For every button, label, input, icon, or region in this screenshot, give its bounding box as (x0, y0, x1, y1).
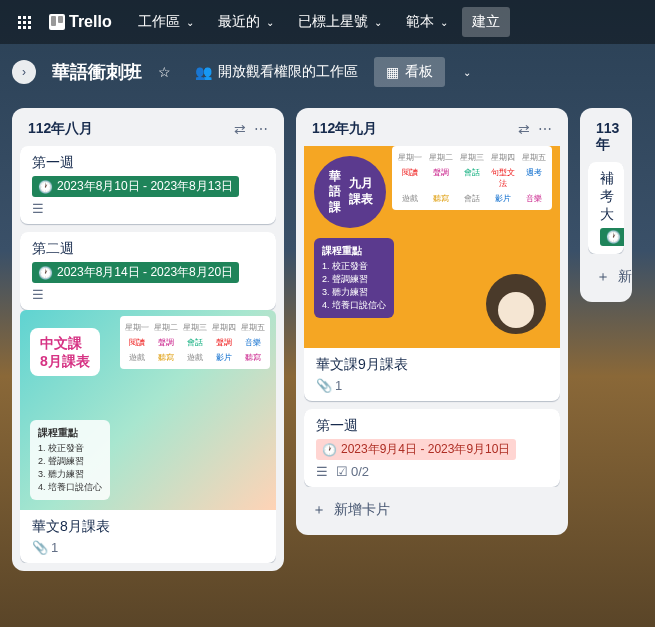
list-menu-icon[interactable]: ⋯ (254, 121, 268, 137)
attachment-badge: 📎 1 (316, 378, 342, 393)
nav-workspaces[interactable]: 工作區⌄ (128, 7, 204, 37)
cards-container: 第一週 🕐2023年8月10日 - 2023年8月13日 ☰ 第二週 🕐2023… (20, 146, 276, 563)
chevron-down-icon: ⌄ (463, 67, 471, 78)
checklist-badge: ☑ 0/2 (336, 464, 369, 479)
list-header: 112年八月 ⇄ ⋯ (20, 116, 276, 146)
board-canvas[interactable]: 112年八月 ⇄ ⋯ 第一週 🕐2023年8月10日 - 2023年8月13日 … (0, 100, 655, 627)
cover-points: 課程重點 1. 校正發音 2. 聲調練習 3. 聽力練習 4. 培養口說信心 (314, 238, 394, 318)
card[interactable]: 第二週 🕐2023年8月14日 - 2023年8月20日 ☰ (20, 232, 276, 310)
nav-recent[interactable]: 最近的⌄ (208, 7, 284, 37)
list-title[interactable]: 112年八月 (28, 120, 93, 138)
view-switcher[interactable]: ▦ 看板 (374, 57, 445, 87)
list-menu-icon[interactable]: ⋯ (538, 121, 552, 137)
plus-icon: ＋ (596, 268, 610, 286)
people-icon: 👥 (195, 64, 212, 80)
description-icon: ☰ (32, 201, 44, 216)
collapse-icon[interactable]: ⇄ (234, 121, 246, 137)
collapse-icon[interactable]: ⇄ (518, 121, 530, 137)
list-header: 112年九月 ⇄⋯ (304, 116, 560, 146)
list-title[interactable]: 113年 (596, 120, 619, 154)
cover-points: 課程重點 1. 校正發音 2. 聲調練習 3. 聽力練習 4. 培養口說信心 (30, 420, 110, 500)
top-nav: Trello 工作區⌄ 最近的⌄ 已標上星號⌄ 範本⌄ 建立 (0, 0, 655, 44)
board-icon: ▦ (386, 64, 399, 80)
card[interactable]: 第一週 🕐2023年9月4日 - 2023年9月10日 ☰ ☑ 0/2 (304, 409, 560, 487)
expand-sidebar-button[interactable]: › (12, 60, 36, 84)
star-board-button[interactable]: ☆ (150, 58, 179, 86)
trello-logo[interactable]: Trello (49, 13, 112, 31)
apps-icon (18, 16, 31, 29)
add-card-button[interactable]: ＋新增卡片 (304, 493, 560, 527)
cover-schedule: 星期一星期二星期三星期四星期五 閱讀聲調會話聲調音樂 遊戲聽寫遊戲影片聽寫 (120, 316, 270, 369)
add-card-button[interactable]: ＋新 (588, 260, 624, 294)
card[interactable]: 華語課九月課表 星期一星期二星期三星期四星期五 閱讀聲調會話句型文法週考 遊戲聽… (304, 146, 560, 401)
clock-icon: 🕐 (606, 230, 621, 244)
visibility-button[interactable]: 👥 開放觀看權限的工作區 (187, 57, 366, 87)
card-cover: 中文課8月課表 星期一星期二星期三星期四星期五 閱讀聲調會話聲調音樂 遊戲聽寫遊… (20, 310, 276, 510)
card-title: 補考大 (600, 170, 612, 224)
view-label: 看板 (405, 63, 433, 81)
chevron-down-icon: ⌄ (374, 17, 382, 28)
nav-starred[interactable]: 已標上星號⌄ (288, 7, 392, 37)
cover-schedule: 星期一星期二星期三星期四星期五 閱讀聲調會話句型文法週考 遊戲聽寫會話影片音樂 (392, 146, 552, 210)
list: 112年八月 ⇄ ⋯ 第一週 🕐2023年8月10日 - 2023年8月13日 … (12, 108, 284, 571)
star-icon: ☆ (158, 64, 171, 80)
description-icon: ☰ (316, 464, 328, 479)
card-title: 第一週 (32, 154, 264, 172)
nav-templates[interactable]: 範本⌄ (396, 7, 458, 37)
card-title: 華文課9月課表 (316, 356, 548, 374)
board-header: › 華語衝刺班 ☆ 👥 開放觀看權限的工作區 ▦ 看板 ⌄ (0, 44, 655, 100)
brand-text: Trello (69, 13, 112, 31)
description-icon: ☰ (32, 287, 44, 302)
clock-icon: 🕐 (38, 180, 53, 194)
plus-icon: ＋ (312, 501, 326, 519)
clock-icon: 🕐 (38, 266, 53, 280)
badge-row: 🕐2023年8月10日 - 2023年8月13日 (32, 176, 264, 197)
cover-heading: 中文課8月課表 (30, 328, 100, 376)
view-dropdown[interactable]: ⌄ (453, 61, 479, 84)
card-title: 第一週 (316, 417, 548, 435)
cover-heading: 華語課九月課表 (314, 156, 386, 228)
cards-container: 華語課九月課表 星期一星期二星期三星期四星期五 閱讀聲調會話句型文法週考 遊戲聽… (304, 146, 560, 487)
list: 112年九月 ⇄⋯ 華語課九月課表 星期一星期二星期三星期四星期五 閱讀聲調會話… (296, 108, 568, 535)
attachment-badge: 📎 1 (32, 540, 58, 555)
list-title[interactable]: 112年九月 (312, 120, 377, 138)
hedgehog-illustration (486, 274, 546, 334)
card[interactable]: 中文課8月課表 星期一星期二星期三星期四星期五 閱讀聲調會話聲調音樂 遊戲聽寫遊… (20, 318, 276, 563)
card-cover: 華語課九月課表 星期一星期二星期三星期四星期五 閱讀聲調會話句型文法週考 遊戲聽… (304, 146, 560, 348)
card-title: 第二週 (32, 240, 264, 258)
clock-icon: 🕐 (322, 443, 337, 457)
board-name[interactable]: 華語衝刺班 (52, 60, 142, 84)
card-title: 華文8月課表 (32, 518, 264, 536)
trello-icon (49, 14, 65, 30)
chevron-down-icon: ⌄ (440, 17, 448, 28)
card[interactable]: 補考大 🕐20 (588, 162, 624, 254)
apps-switcher[interactable] (8, 10, 41, 35)
list: 113年 補考大 🕐20 ＋新 (580, 108, 632, 302)
nav-create[interactable]: 建立 (462, 7, 510, 37)
chevron-down-icon: ⌄ (266, 17, 274, 28)
date-badge: 🕐2023年8月14日 - 2023年8月20日 (32, 262, 239, 283)
visibility-label: 開放觀看權限的工作區 (218, 63, 358, 81)
date-badge: 🕐2023年9月4日 - 2023年9月10日 (316, 439, 516, 460)
card[interactable]: 第一週 🕐2023年8月10日 - 2023年8月13日 ☰ (20, 146, 276, 224)
date-badge: 🕐2023年8月10日 - 2023年8月13日 (32, 176, 239, 197)
list-actions: ⇄ ⋯ (234, 121, 268, 137)
chevron-down-icon: ⌄ (186, 17, 194, 28)
date-badge: 🕐20 (600, 228, 624, 246)
